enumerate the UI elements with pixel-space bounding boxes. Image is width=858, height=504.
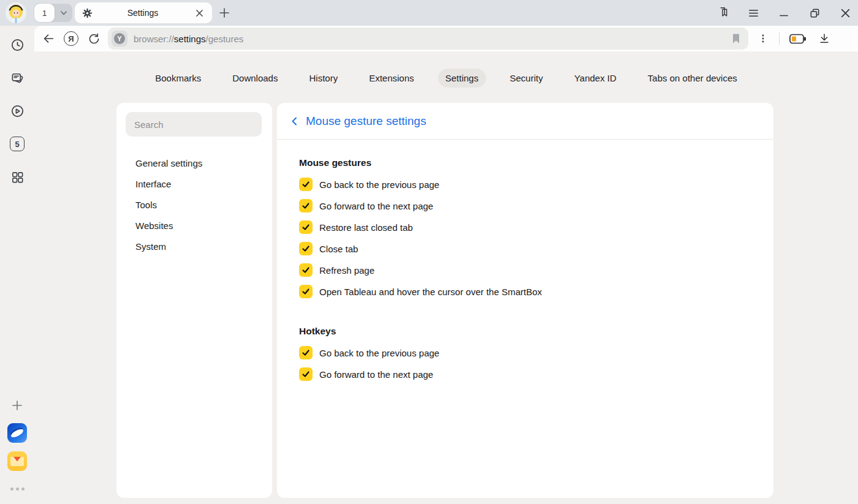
bookmark-page-button[interactable] [729,31,743,46]
chevron-down-icon [59,8,69,18]
add-panel-button[interactable] [8,396,26,415]
arrow-left-icon [42,32,55,45]
close-window-button[interactable] [838,6,852,20]
side-panel-button[interactable] [716,6,729,20]
sidebar-item-general-settings[interactable]: General settings [126,152,263,173]
sidebar-item-tools[interactable]: Tools [126,194,263,215]
option-label: Open Tableau and hover the cursor over t… [319,287,542,297]
settings-page: Bookmarks Downloads History Extensions S… [34,51,858,504]
check-icon [302,370,310,378]
new-tab-button[interactable] [217,6,232,20]
yandex-mail-app-icon[interactable] [7,451,27,471]
plus-icon [219,7,230,18]
option-label: Close tab [319,244,358,254]
rail-bottom-icons [7,396,27,498]
url-text[interactable]: browser://settings/gestures [134,34,729,44]
option-label: Go back to the previous page [319,179,439,190]
chevron-left-icon [289,115,301,127]
option-close-tab[interactable]: Close tab [299,242,751,255]
tab-close-button[interactable] [192,6,206,20]
page-title[interactable]: Mouse gesture settings [306,115,426,128]
rail-more-button[interactable] [8,480,26,498]
section-heading-hotkeys: Hotkeys [299,326,751,337]
yandex-letter: Я [68,34,74,43]
dot [16,487,19,491]
toolbar-separator [779,32,780,45]
url-path: /gestures [206,34,244,44]
titlebar: 1 Settings [0,0,858,26]
refresh-button[interactable] [85,29,103,48]
checkbox-checked[interactable] [299,242,313,255]
minimize-icon [778,7,789,18]
history-button[interactable] [8,36,26,54]
nav-tab-extensions[interactable]: Extensions [362,69,421,88]
tab-group-expand-button[interactable] [55,8,72,18]
nav-tab-security[interactable]: Security [503,69,550,88]
checkbox-checked[interactable] [299,263,313,277]
nav-tab-other-devices[interactable]: Tabs on other devices [640,69,745,88]
services-button[interactable] [8,168,26,186]
gesture-settings-header[interactable]: Mouse gesture settings [277,103,773,140]
settings-nav: Bookmarks Downloads History Extensions S… [34,69,858,88]
back-to-settings-button[interactable] [287,114,302,129]
tabs-panel-button[interactable]: 5 [8,135,26,153]
browser-menu-button[interactable] [746,6,760,20]
address-bar[interactable]: Y browser://settings/gestures [108,28,748,50]
option-open-tableau[interactable]: Open Tableau and hover the cursor over t… [299,285,751,298]
check-icon [302,201,310,210]
nav-tab-downloads[interactable]: Downloads [225,69,285,88]
checkbox-checked[interactable] [299,199,313,213]
restore-icon [809,7,821,19]
checkbox-checked[interactable] [299,285,313,298]
minimize-button[interactable] [777,6,791,20]
search-input[interactable] [126,112,262,137]
browser-tab-settings[interactable]: Settings [75,2,212,23]
more-options-button[interactable] [756,31,770,46]
downloads-button[interactable] [816,31,832,47]
hotkey-go-back[interactable]: Go back to the previous page [299,346,751,359]
check-icon [302,287,310,296]
option-refresh-page[interactable]: Refresh page [299,263,751,277]
settings-sidebar-card: General settings Interface Tools Website… [116,103,272,498]
clock-icon [10,38,25,52]
feed-button[interactable] [8,69,26,87]
option-label: Go forward to the next page [319,369,433,380]
close-icon [196,9,203,17]
sidebar-item-interface[interactable]: Interface [126,173,263,194]
option-go-back[interactable]: Go back to the previous page [299,178,751,191]
checkbox-checked[interactable] [299,178,313,191]
section-heading-mouse-gestures: Mouse gestures [299,157,751,168]
check-icon [302,180,310,189]
video-button[interactable] [8,102,26,120]
nav-tab-history[interactable]: History [302,69,345,88]
sidebar-item-system[interactable]: System [126,236,263,257]
yandex-home-button[interactable]: Я [64,31,78,46]
battery-saver-button[interactable] [788,31,808,46]
yandex-browser-app-icon[interactable] [7,423,27,443]
option-restore-tab[interactable]: Restore last closed tab [299,220,751,234]
dot [10,487,13,491]
nav-tab-settings[interactable]: Settings [438,69,486,88]
checkbox-checked[interactable] [299,346,313,359]
checkbox-checked[interactable] [299,220,313,234]
site-badge[interactable]: Y [112,31,127,47]
kebab-icon [758,34,768,43]
battery-icon [789,34,807,44]
option-go-forward[interactable]: Go forward to the next page [299,199,751,213]
cards-icon [10,71,25,85]
option-label: Go back to the previous page [319,348,439,358]
back-button[interactable] [39,29,58,48]
envelope-icon [10,457,24,466]
dot [21,487,25,491]
tab-group-counter[interactable]: 1 [34,4,55,22]
restore-button[interactable] [808,6,821,20]
checkbox-checked[interactable] [299,367,313,381]
user-avatar[interactable] [6,2,26,23]
nav-tab-yandex-id[interactable]: Yandex ID [567,69,624,88]
sidebar-item-websites[interactable]: Websites [126,215,263,236]
plus-icon [11,399,23,412]
nav-tab-bookmarks[interactable]: Bookmarks [148,69,208,88]
option-label: Refresh page [319,265,374,276]
hotkey-go-forward[interactable]: Go forward to the next page [299,367,751,381]
tab-group: 1 [34,4,72,22]
